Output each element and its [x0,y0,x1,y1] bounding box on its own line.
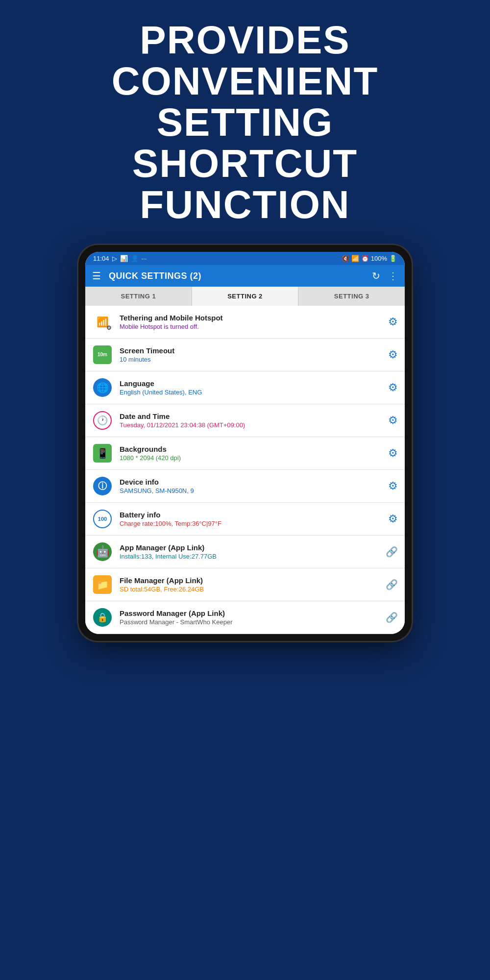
backgrounds-value: 1080 * 2094 (420 dpi) [120,454,381,462]
clock-icon: 🕐 [93,411,112,430]
password-manager-link-icon[interactable]: 🔗 [386,612,398,623]
setting-battery-info[interactable]: 100 Battery info Charge rate:100%, Temp:… [85,503,405,536]
android-icon: 🤖 [93,542,112,561]
status-time: 11:04 [93,255,109,262]
screen-timeout-value: 10 minutes [120,356,381,363]
setting-screen-timeout[interactable]: 10m Screen Timeout 10 minutes ⚙ [85,339,405,371]
setting-language[interactable]: 🌐 Language English (United States), ENG … [85,371,405,404]
more-dots: ··· [142,255,147,262]
app-bar: ☰ QUICK SETTINGS (2) ↻ ⋮ [85,265,405,287]
phone-frame: 11:04 ▷ 📊 👤 ··· 🔇 📶 ⏰ 100% 🔋 ☰ QUICK SET [78,245,412,641]
date-time-value: Tuesday, 01/12/2021 23:04:38 (GMT+09:00) [120,421,381,429]
phone-icon: 📱 [93,444,112,463]
app-manager-name: App Manager (App Link) [120,543,379,552]
password-manager-text: Password Manager (App Link) Password Man… [120,609,379,626]
battery-icon: 🔋 [389,255,397,262]
date-time-name: Date and Time [120,412,381,420]
tethering-name: Tethering and Mobile Hotspot [120,314,381,322]
tethering-value: Mobile Hotspot is turned off. [120,323,381,330]
user-icon: 👤 [131,255,139,262]
menu-icon[interactable]: ☰ [92,270,101,282]
date-time-text: Date and Time Tuesday, 01/12/2021 23:04:… [120,412,381,429]
hero-section: PROVIDES CONVENIENT SETTING SHORTCUT FUN… [0,0,490,240]
app-manager-text: App Manager (App Link) Installs:133, Int… [120,543,379,560]
device-info-value: SAMSUNG, SM-N950N, 9 [120,487,381,494]
tab-setting2[interactable]: SETTING 2 [192,287,299,306]
backgrounds-icon: 📱 [92,443,113,464]
data-icon: 📊 [120,255,128,262]
file-manager-name: File Manager (App Link) [120,576,379,585]
status-right: 🔇 📶 ⏰ 100% 🔋 [342,255,397,262]
status-left: 11:04 ▷ 📊 👤 ··· [93,255,147,262]
wifi-icon: 📶 [351,255,359,262]
tab-setting3[interactable]: SETTING 3 [298,287,405,306]
hero-title: PROVIDES CONVENIENT SETTING SHORTCUT FUN… [29,20,461,225]
tab-setting1[interactable]: SETTING 1 [85,287,192,306]
battery-info-value: Charge rate:100%, Temp:36°C|97°F [120,520,381,527]
device-info-gear-icon[interactable]: ⚙ [388,480,398,492]
alarm-icon: ⏰ [361,255,369,262]
file-manager-value: SD total:54GB, Free:26.24GB [120,586,379,593]
password-manager-value: Password Manager - SmartWho Keeper [120,618,379,626]
language-name: Language [120,379,381,388]
phone-mockup: 11:04 ▷ 📊 👤 ··· 🔇 📶 ⏰ 100% 🔋 ☰ QUICK SET [0,245,490,641]
more-menu-icon[interactable]: ⋮ [388,270,398,282]
device-info-name: Device info [120,478,381,486]
tab-bar: SETTING 1 SETTING 2 SETTING 3 [85,287,405,306]
tethering-text: Tethering and Mobile Hotspot Mobile Hots… [120,314,381,330]
date-time-gear-icon[interactable]: ⚙ [388,414,398,427]
backgrounds-gear-icon[interactable]: ⚙ [388,447,398,460]
lock-green-icon: 🔒 [93,608,112,627]
app-title: QUICK SETTINGS (2) [109,271,364,281]
file-manager-text: File Manager (App Link) SD total:54GB, F… [120,576,379,593]
globe-icon: 🌐 [93,378,112,397]
screen-timeout-icon: 10m [92,344,113,365]
setting-file-manager[interactable]: 📁 File Manager (App Link) SD total:54GB,… [85,568,405,601]
password-manager-name: Password Manager (App Link) [120,609,379,617]
language-text: Language English (United States), ENG [120,379,381,396]
setting-backgrounds[interactable]: 📱 Backgrounds 1080 * 2094 (420 dpi) ⚙ [85,437,405,470]
lock-10m-icon: 10m [93,345,112,364]
battery-info-text: Battery info Charge rate:100%, Temp:36°C… [120,511,381,527]
language-icon: 🌐 [92,377,113,398]
phone-screen: 11:04 ▷ 📊 👤 ··· 🔇 📶 ⏰ 100% 🔋 ☰ QUICK SET [85,252,405,634]
app-manager-icon: 🤖 [92,541,113,562]
app-manager-link-icon[interactable]: 🔗 [386,546,398,558]
password-manager-icon: 🔒 [92,607,113,628]
signal-icon: ▷ [112,255,117,262]
screen-timeout-text: Screen Timeout 10 minutes [120,346,381,363]
device-info-icon: ⓘ [92,476,113,496]
setting-tethering[interactable]: 📶 ⚙ Tethering and Mobile Hotspot Mobile … [85,306,405,339]
battery-100-icon: 100 [93,510,112,528]
setting-password-manager[interactable]: 🔒 Password Manager (App Link) Password M… [85,601,405,634]
file-manager-link-icon[interactable]: 🔗 [386,579,398,590]
file-manager-icon: 📁 [92,574,113,595]
backgrounds-name: Backgrounds [120,445,381,453]
tethering-icon: 📶 ⚙ [92,312,113,332]
setting-device-info[interactable]: ⓘ Device info SAMSUNG, SM-N950N, 9 ⚙ [85,470,405,503]
battery-info-name: Battery info [120,511,381,519]
date-time-icon: 🕐 [92,410,113,431]
setting-date-time[interactable]: 🕐 Date and Time Tuesday, 01/12/2021 23:0… [85,404,405,437]
battery-info-icon: 100 [92,509,113,529]
device-info-text: Device info SAMSUNG, SM-N950N, 9 [120,478,381,494]
info-icon: ⓘ [93,477,112,495]
refresh-icon[interactable]: ↻ [372,270,380,282]
battery-info-gear-icon[interactable]: ⚙ [388,513,398,525]
settings-list: 📶 ⚙ Tethering and Mobile Hotspot Mobile … [85,306,405,634]
mute-icon: 🔇 [342,255,349,262]
language-gear-icon[interactable]: ⚙ [388,381,398,394]
language-value: English (United States), ENG [120,389,381,396]
screen-timeout-name: Screen Timeout [120,346,381,355]
folder-icon: 📁 [93,575,112,594]
setting-app-manager[interactable]: 🤖 App Manager (App Link) Installs:133, I… [85,536,405,568]
status-bar: 11:04 ▷ 📊 👤 ··· 🔇 📶 ⏰ 100% 🔋 [85,252,405,265]
backgrounds-text: Backgrounds 1080 * 2094 (420 dpi) [120,445,381,462]
app-manager-value: Installs:133, Internal Use:27.77GB [120,553,379,560]
screen-timeout-gear-icon[interactable]: ⚙ [388,348,398,361]
battery-text: 100% [371,255,387,262]
tethering-gear-icon[interactable]: ⚙ [388,316,398,328]
